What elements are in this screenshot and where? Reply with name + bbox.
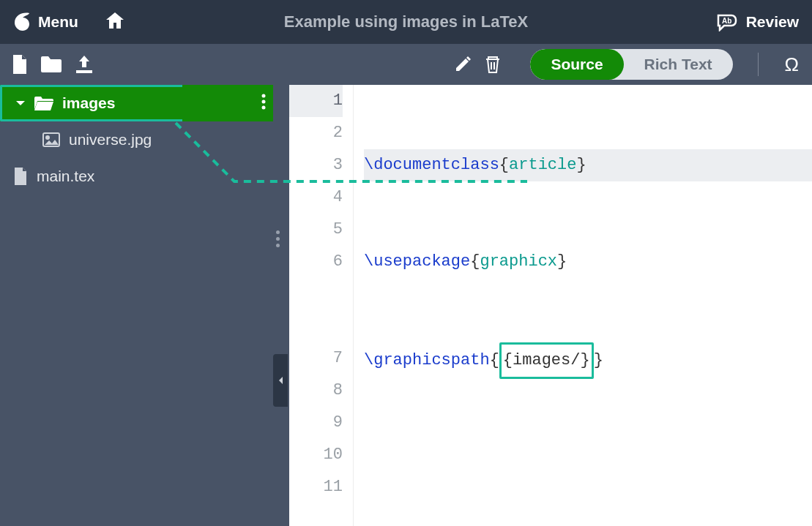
highlight-images-path: {images/} (499, 342, 594, 379)
trash-icon (485, 55, 501, 74)
menu-button[interactable]: Menu (13, 12, 78, 32)
svg-point-1 (262, 94, 266, 98)
upload-button[interactable] (75, 56, 94, 73)
home-icon (105, 11, 125, 30)
chevron-left-icon (278, 376, 283, 385)
file-label: main.tex (37, 168, 94, 185)
folder-icon (41, 56, 62, 72)
collapse-handle[interactable] (273, 354, 288, 407)
pane-gutter[interactable] (273, 85, 289, 526)
review-icon: Ab (715, 12, 739, 31)
svg-point-2 (262, 100, 266, 104)
new-folder-button[interactable] (41, 56, 62, 72)
code-content[interactable]: \documentclass{article} \usepackage{grap… (354, 85, 812, 526)
new-file-button[interactable] (12, 55, 28, 74)
document-icon (13, 168, 28, 185)
delete-button[interactable] (485, 55, 501, 74)
symbol-palette-button[interactable]: Ω (783, 53, 800, 76)
chevron-down-icon (15, 98, 26, 108)
rich-text-tab[interactable]: Rich Text (624, 49, 733, 80)
menu-label: Menu (38, 13, 78, 31)
home-button[interactable] (105, 11, 125, 33)
file-label: universe.jpg (69, 131, 152, 149)
pencil-icon (454, 56, 472, 73)
source-tab[interactable]: Source (530, 49, 623, 80)
line-number-gutter: 1 2 3 4 5 6 7 8 9 10 11 (289, 85, 354, 526)
overleaf-logo-icon (13, 12, 31, 32)
svg-point-3 (262, 106, 266, 110)
rename-button[interactable] (454, 56, 472, 73)
folder-menu-button[interactable] (261, 94, 266, 113)
folder-label: images (62, 94, 115, 112)
review-label: Review (746, 13, 799, 31)
svg-text:Ab: Ab (722, 17, 731, 25)
svg-point-5 (46, 136, 49, 139)
file-row-main[interactable]: main.tex (0, 158, 273, 195)
open-folder-icon (34, 96, 53, 110)
file-icon (12, 55, 28, 74)
code-editor[interactable]: I 1 2 3 4 5 6 7 8 9 10 11 \documentclass… (289, 85, 812, 526)
file-tree: images universe.jpg main.tex (0, 85, 273, 526)
folder-row-images[interactable]: images (0, 85, 182, 121)
drag-handle-dots-icon (276, 230, 280, 247)
toolbar-divider (758, 53, 759, 76)
review-button[interactable]: Ab Review (715, 12, 799, 31)
image-icon (42, 132, 60, 147)
vertical-dots-icon (261, 94, 266, 110)
upload-icon (75, 56, 94, 73)
file-row-image[interactable]: universe.jpg (0, 121, 273, 158)
editor-mode-switch: Source Rich Text (530, 49, 732, 80)
